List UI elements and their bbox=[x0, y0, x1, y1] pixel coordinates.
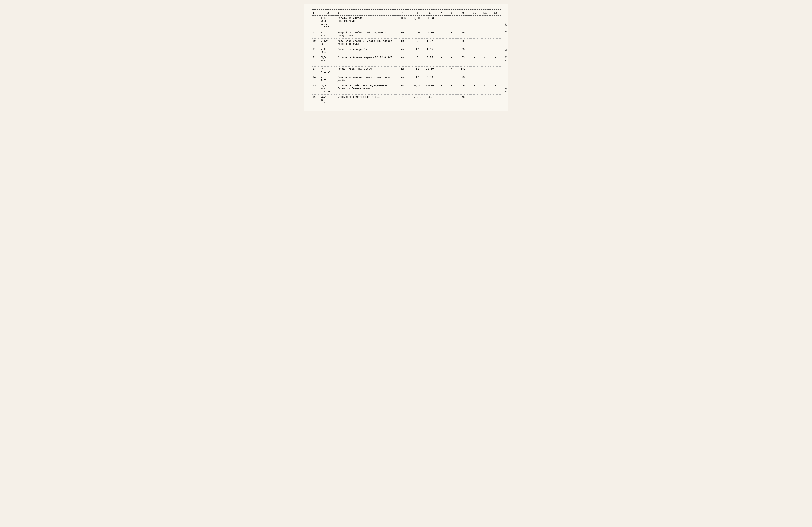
row-num: I6 bbox=[311, 95, 320, 106]
row-code: 7-400 36-2 bbox=[320, 39, 336, 47]
row-qty: 0,272 bbox=[411, 95, 423, 106]
row-col9: 78 bbox=[457, 75, 469, 83]
row-col7: - bbox=[436, 39, 447, 47]
row-code: -"- п.I2-I4 bbox=[320, 67, 336, 75]
row-col12: - bbox=[490, 83, 501, 95]
col-header-6: 6 bbox=[424, 11, 436, 16]
row-col12: - bbox=[490, 95, 501, 106]
row-desc: Установка фундаментных балок длиной до 6… bbox=[336, 75, 395, 83]
row-price: 6-50 bbox=[424, 75, 436, 83]
row-num: I2 bbox=[311, 55, 320, 66]
row-price: I-65 bbox=[424, 47, 436, 55]
row-desc: Установка оборных х/бетонных блоков масс… bbox=[336, 39, 395, 47]
row-desc: Стоимость блоков марки ФБС I2.6.3-Т bbox=[336, 55, 395, 66]
row-col8: • bbox=[447, 30, 457, 39]
row-col7: - bbox=[436, 16, 447, 30]
row-col12: - bbox=[490, 16, 501, 30]
col-header-8: 8 bbox=[447, 11, 457, 16]
row-col10: - bbox=[469, 39, 480, 47]
row-col8: • bbox=[447, 55, 457, 66]
row-desc: Стоимость х/бетонных фундаментных балок … bbox=[336, 83, 395, 95]
row-col10: - bbox=[469, 55, 480, 66]
row-code: СЦЕМ Том I п.9-348 bbox=[320, 83, 336, 95]
row-price: 250 bbox=[424, 95, 436, 106]
row-unit: т bbox=[395, 95, 411, 106]
row-qty: I2 bbox=[411, 67, 423, 75]
row-col11: - bbox=[480, 95, 490, 106]
row-col9: 53 bbox=[457, 55, 469, 66]
row-unit: шт bbox=[395, 67, 411, 75]
col-header-12: 12 bbox=[490, 11, 501, 16]
row-col8: • bbox=[447, 39, 457, 47]
row-col10: - bbox=[469, 75, 480, 83]
row-col7: - bbox=[436, 75, 447, 83]
side-label-3: - 163 - bbox=[505, 85, 507, 95]
row-code: 7-I5 I-I5 bbox=[320, 75, 336, 83]
row-col8: • bbox=[447, 75, 457, 83]
row-col12: - bbox=[490, 39, 501, 47]
row-num: 9 bbox=[311, 30, 320, 39]
row-num: II bbox=[311, 47, 320, 55]
row-col11: - bbox=[480, 16, 490, 30]
row-col9: 20 bbox=[457, 47, 469, 55]
row-desc: Работа на отгале IО.7+9.26xО,I bbox=[336, 16, 395, 30]
col-header-5: 5 bbox=[411, 11, 423, 16]
row-code: II-6 I-6 bbox=[320, 30, 336, 39]
table-row: I6СЦЕМ То.3.I п.3Стоимость арматуры кл.А… bbox=[311, 95, 501, 106]
row-col11: - bbox=[480, 75, 490, 83]
col-header-1: 1 bbox=[311, 11, 320, 16]
row-col7: - bbox=[436, 55, 447, 66]
row-col7: - bbox=[436, 47, 447, 55]
row-col7: - bbox=[436, 83, 447, 95]
row-col11: - bbox=[480, 47, 490, 55]
col-header-9: 9 bbox=[457, 11, 469, 16]
row-col12: - bbox=[490, 30, 501, 39]
table-row: IO7-400 36-2Установка оборных х/бетонных… bbox=[311, 39, 501, 47]
row-col7: - bbox=[436, 95, 447, 106]
row-col11: - bbox=[480, 30, 490, 39]
side-labels: 503-4-17 Ад.П.87(2) - 163 - bbox=[505, 23, 507, 95]
row-price: I3-60 bbox=[424, 67, 436, 75]
side-label-2: Ад.П.87(2) bbox=[505, 49, 507, 63]
table-row: I5СЦЕМ Том I п.9-348Стоимость х/бетонных… bbox=[311, 83, 501, 95]
row-qty: 6 bbox=[411, 55, 423, 66]
row-col11: - bbox=[480, 39, 490, 47]
row-unit: м3 bbox=[395, 83, 411, 95]
side-label-1: 503-4-17 bbox=[505, 23, 507, 34]
row-price: II-63 bbox=[424, 16, 436, 30]
row-price: 8-75 bbox=[424, 55, 436, 66]
row-unit: шт bbox=[395, 39, 411, 47]
row-unit: шт bbox=[395, 55, 411, 66]
row-col9: I6 bbox=[457, 30, 469, 39]
row-col8: • bbox=[447, 67, 457, 75]
main-table: 1 2 3 4 5 6 7 8 9 10 11 12 8I-194 26-I т… bbox=[311, 11, 501, 106]
row-col8: • bbox=[447, 47, 457, 55]
row-price: I6-00 bbox=[424, 30, 436, 39]
row-col10: - bbox=[469, 95, 480, 106]
row-col9: 8 bbox=[457, 39, 469, 47]
row-col11: - bbox=[480, 55, 490, 66]
col-header-2: 2 bbox=[320, 11, 336, 16]
row-col8: - bbox=[447, 83, 457, 95]
row-desc: То же, массой до Iт bbox=[336, 47, 395, 55]
row-code: СЦЕМ Том 2 п.I2-IO bbox=[320, 55, 336, 66]
row-num: I3 bbox=[311, 67, 320, 75]
row-unit: м3 bbox=[395, 30, 411, 39]
row-qty: I,0 bbox=[411, 30, 423, 39]
row-col7: - bbox=[436, 67, 447, 75]
row-col12: - bbox=[490, 55, 501, 66]
col-header-3: 3 bbox=[336, 11, 395, 16]
col-header-11: 11 bbox=[480, 11, 490, 16]
row-col10: - bbox=[469, 16, 480, 30]
row-desc: Устройство щебеночной подготовки толщ.I5… bbox=[336, 30, 395, 39]
row-unit: шт bbox=[395, 47, 411, 55]
row-col10: - bbox=[469, 83, 480, 95]
row-qty: I2 bbox=[411, 75, 423, 83]
row-unit: I000м3 bbox=[395, 16, 411, 30]
row-col11: - bbox=[480, 83, 490, 95]
row-code: 7-40I 36-2 bbox=[320, 47, 336, 55]
row-desc: То же, марки ФБС 9.6.6-Т bbox=[336, 67, 395, 75]
row-col10: - bbox=[469, 30, 480, 39]
table-row: 8I-194 26-I тех.ч. п.I.IIРабота на отгал… bbox=[311, 16, 501, 30]
row-col9: 68 bbox=[457, 95, 469, 106]
